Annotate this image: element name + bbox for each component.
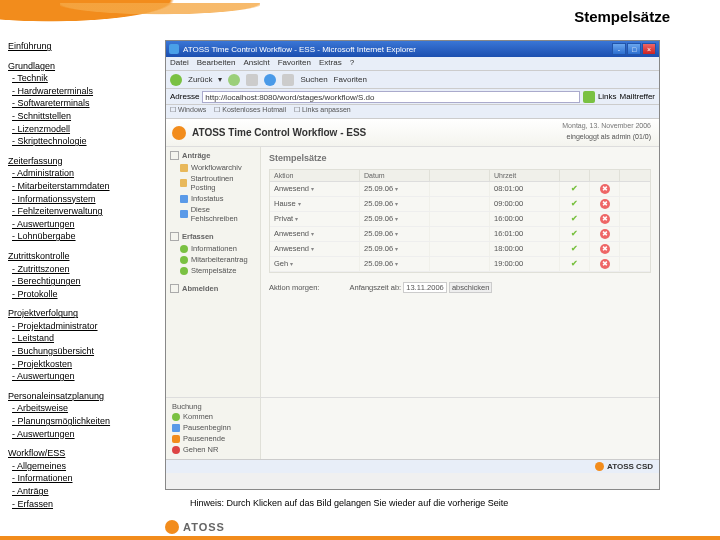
ok-icon[interactable]: ✔: [571, 214, 578, 223]
nav-item[interactable]: - Auswertungen: [12, 370, 158, 383]
mailtreffer-label[interactable]: Mailtreffer: [620, 92, 655, 101]
nav-section-head[interactable]: Workflow/ESS: [8, 447, 158, 460]
action-cell[interactable]: Geh: [270, 257, 360, 271]
action-cell[interactable]: Anwesend: [270, 182, 360, 196]
ok-icon[interactable]: ✔: [571, 259, 578, 268]
ok-icon[interactable]: ✔: [571, 229, 578, 238]
time-cell[interactable]: 09:00:00: [490, 197, 560, 211]
nav-item[interactable]: - Arbeitsweise: [12, 402, 158, 415]
date-input[interactable]: 13.11.2006: [403, 282, 447, 293]
url-field[interactable]: http://localhost:8080/word/stages/workfl…: [202, 91, 580, 103]
menu-item[interactable]: Datei: [170, 58, 189, 67]
delete-icon[interactable]: ✖: [600, 199, 610, 209]
home-icon[interactable]: [282, 74, 294, 86]
nav-item[interactable]: - Fehlzeitenverwaltung: [12, 205, 158, 218]
stop-icon[interactable]: [246, 74, 258, 86]
nav-section-head[interactable]: Projektverfolgung: [8, 307, 158, 320]
menu-item[interactable]: Favoriten: [278, 58, 311, 67]
sidebar-item[interactable]: Stempelsätze: [170, 265, 256, 276]
nav-item[interactable]: - Projektkosten: [12, 358, 158, 371]
delete-icon[interactable]: ✖: [600, 214, 610, 224]
nav-item[interactable]: - Leitstand: [12, 332, 158, 345]
sidebar-item[interactable]: Workflowarchiv: [170, 162, 256, 173]
nav-item[interactable]: - Technik: [12, 72, 158, 85]
sidebar-item[interactable]: Informationen: [170, 243, 256, 254]
nav-item[interactable]: - Auswertungen: [12, 218, 158, 231]
time-cell[interactable]: 18:00:00: [490, 242, 560, 256]
back-icon[interactable]: [170, 74, 182, 86]
nav-item[interactable]: - Zutrittszonen: [12, 263, 158, 276]
time-cell[interactable]: 16:00:00: [490, 212, 560, 226]
sidebar-group-head[interactable]: Abmelden: [170, 284, 256, 293]
sidebar-item[interactable]: Mitarbeiterantrag: [170, 254, 256, 265]
nav-item[interactable]: - Hardwareterminals: [12, 85, 158, 98]
delete-icon[interactable]: ✖: [600, 244, 610, 254]
nav-item[interactable]: - Administration: [12, 167, 158, 180]
nav-item[interactable]: - Lohnübergabe: [12, 230, 158, 243]
date-cell[interactable]: 25.09.06: [360, 242, 430, 256]
nav-item[interactable]: - Lizenzmodell: [12, 123, 158, 136]
action-cell[interactable]: Anwesend: [270, 242, 360, 256]
maximize-button[interactable]: □: [627, 43, 641, 55]
nav-section-head[interactable]: Personaleinsatzplanung: [8, 390, 158, 403]
back-button[interactable]: Zurück: [188, 75, 212, 84]
nav-item[interactable]: - Anträge: [12, 485, 158, 498]
time-cell[interactable]: 19:00:00: [490, 257, 560, 271]
nav-item[interactable]: - Projektadministrator: [12, 320, 158, 333]
nav-item[interactable]: - Schnittstellen: [12, 110, 158, 123]
time-cell[interactable]: 16:01:00: [490, 227, 560, 241]
linkbar[interactable]: ☐ Windows☐ Kostenloses Hotmail☐ Links an…: [166, 105, 659, 119]
sidebar-group-head[interactable]: Anträge: [170, 151, 256, 160]
nav-item[interactable]: - Skripttechnologie: [12, 135, 158, 148]
sidebar-item[interactable]: Startroutinen Posting: [170, 173, 256, 193]
time-cell[interactable]: 08:01:00: [490, 182, 560, 196]
menubar[interactable]: DateiBearbeitenAnsichtFavoritenExtras?: [166, 57, 659, 71]
ok-icon[interactable]: ✔: [571, 199, 578, 208]
sidebar-item[interactable]: Infostatus: [170, 193, 256, 204]
nav-item[interactable]: - Allgemeines: [12, 460, 158, 473]
nav-item[interactable]: - Berechtigungen: [12, 275, 158, 288]
nav-item[interactable]: - Informationen: [12, 472, 158, 485]
date-cell[interactable]: 25.09.06: [360, 182, 430, 196]
menu-item[interactable]: ?: [350, 58, 354, 67]
minimize-button[interactable]: -: [612, 43, 626, 55]
nav-item[interactable]: - Informationssystem: [12, 193, 158, 206]
close-button[interactable]: ×: [642, 43, 656, 55]
action-cell[interactable]: Anwesend: [270, 227, 360, 241]
date-cell[interactable]: 25.09.06: [360, 257, 430, 271]
nav-section-head[interactable]: Zeiterfassung: [8, 155, 158, 168]
link-item[interactable]: ☐ Windows: [170, 106, 206, 113]
favorites-button[interactable]: Favoriten: [334, 75, 367, 84]
link-item[interactable]: ☐ Links anpassen: [294, 106, 351, 113]
menu-item[interactable]: Extras: [319, 58, 342, 67]
action-cell[interactable]: Privat: [270, 212, 360, 226]
date-cell[interactable]: 25.09.06: [360, 227, 430, 241]
nav-item[interactable]: - Mitarbeiterstammdaten: [12, 180, 158, 193]
menu-item[interactable]: Ansicht: [243, 58, 269, 67]
sidebar-group-head[interactable]: Erfassen: [170, 232, 256, 241]
search-button[interactable]: Suchen: [300, 75, 327, 84]
date-cell[interactable]: 25.09.06: [360, 197, 430, 211]
submit-button[interactable]: abschicken: [449, 282, 493, 293]
nav-section-head[interactable]: Grundlagen: [8, 60, 158, 73]
delete-icon[interactable]: ✖: [600, 229, 610, 239]
nav-item[interactable]: - Planungsmöglichkeiten: [12, 415, 158, 428]
delete-icon[interactable]: ✖: [600, 184, 610, 194]
ok-icon[interactable]: ✔: [571, 244, 578, 253]
nav-section-head[interactable]: Einführung: [8, 40, 158, 53]
go-button[interactable]: [583, 91, 595, 103]
nav-item[interactable]: - Erfassen: [12, 498, 158, 511]
nav-section-head[interactable]: Zutrittskontrolle: [8, 250, 158, 263]
nav-item[interactable]: - Buchungsübersicht: [12, 345, 158, 358]
browser-window[interactable]: ATOSS Time Control Workflow - ESS - Micr…: [165, 40, 660, 490]
date-cell[interactable]: 25.09.06: [360, 212, 430, 226]
nav-item[interactable]: - Softwareterminals: [12, 97, 158, 110]
refresh-icon[interactable]: [264, 74, 276, 86]
delete-icon[interactable]: ✖: [600, 259, 610, 269]
menu-item[interactable]: Bearbeiten: [197, 58, 236, 67]
ok-icon[interactable]: ✔: [571, 184, 578, 193]
sidebar-item[interactable]: Diese Fehlschreiben: [170, 204, 256, 224]
action-cell[interactable]: Hause: [270, 197, 360, 211]
nav-item[interactable]: - Protokolle: [12, 288, 158, 301]
forward-icon[interactable]: [228, 74, 240, 86]
